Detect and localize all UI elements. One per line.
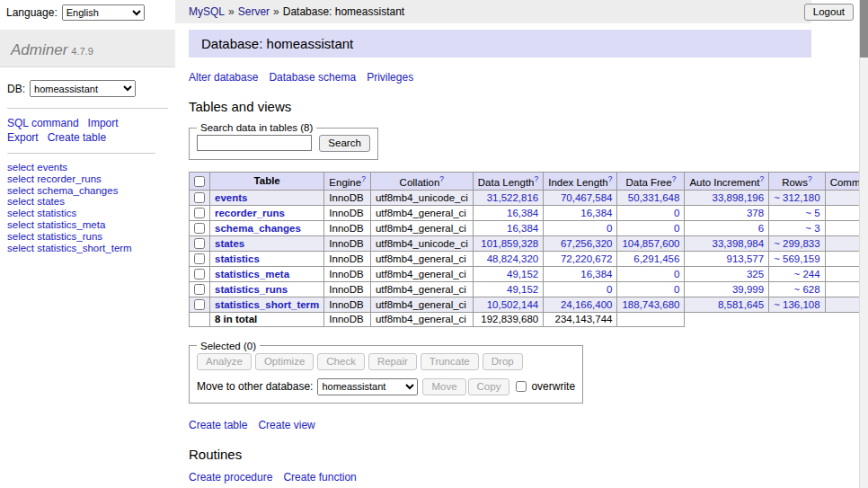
table-name-link[interactable]: schema_changes bbox=[215, 223, 301, 234]
index-length-link[interactable]: 16,384 bbox=[580, 208, 612, 218]
copy-button[interactable]: Copy bbox=[468, 378, 510, 395]
rows-count-link[interactable]: ~ 569,159 bbox=[774, 253, 819, 264]
sidebar-select-schema-changes[interactable]: select schema_changes bbox=[7, 185, 168, 197]
repair-button[interactable]: Repair bbox=[368, 353, 417, 370]
table-name-link[interactable]: statistics_short_term bbox=[215, 299, 319, 310]
sidebar-link-sql-command[interactable]: SQL command bbox=[7, 116, 79, 130]
row-checkbox[interactable] bbox=[194, 192, 205, 203]
index-length-link[interactable]: 16,384 bbox=[580, 269, 612, 279]
language-select[interactable]: English bbox=[62, 4, 145, 21]
row-checkbox[interactable] bbox=[194, 269, 205, 279]
help-link[interactable]: ? bbox=[534, 174, 538, 183]
sidebar-select-statistics-meta[interactable]: select statistics_meta bbox=[7, 219, 168, 231]
rows-count-link[interactable]: ~ 628 bbox=[794, 284, 820, 295]
help-link[interactable]: ? bbox=[759, 174, 764, 183]
sidebar-select-events[interactable]: select events bbox=[7, 162, 168, 173]
data-free-link[interactable]: 0 bbox=[674, 284, 679, 295]
row-checkbox[interactable] bbox=[194, 208, 205, 218]
overwrite-checkbox[interactable] bbox=[516, 381, 527, 392]
analyze-button[interactable]: Analyze bbox=[197, 353, 252, 370]
sidebar-link-import[interactable]: Import bbox=[88, 116, 119, 130]
create-view-link[interactable]: Create view bbox=[258, 419, 314, 431]
help-link[interactable]: ? bbox=[808, 174, 812, 183]
sidebar-select-statistics[interactable]: select statistics bbox=[7, 208, 168, 219]
data-length-link[interactable]: 49,152 bbox=[507, 269, 538, 279]
breadcrumb-mysql-link[interactable]: MySQL bbox=[189, 5, 225, 18]
data-free-link[interactable]: 6,291,456 bbox=[633, 253, 679, 264]
sidebar-link-export[interactable]: Export bbox=[7, 130, 39, 145]
data-free-link[interactable]: 0 bbox=[674, 208, 679, 218]
sidebar-select-states[interactable]: select states bbox=[7, 196, 168, 208]
data-length-link[interactable]: 10,502,144 bbox=[487, 299, 539, 310]
data-length-link[interactable]: 16,384 bbox=[507, 208, 538, 218]
data-free-link[interactable]: 0 bbox=[674, 223, 679, 234]
data-length-link[interactable]: 48,824,320 bbox=[487, 253, 539, 264]
breadcrumb-server-link[interactable]: Server bbox=[238, 5, 270, 18]
index-length-link[interactable]: 0 bbox=[607, 284, 612, 295]
auto-increment-link[interactable]: 325 bbox=[747, 269, 764, 279]
auto-increment-link[interactable]: 33,398,984 bbox=[713, 238, 765, 249]
create-procedure-link[interactable]: Create procedure bbox=[189, 471, 272, 484]
truncate-button[interactable]: Truncate bbox=[421, 353, 479, 370]
help-link[interactable]: ? bbox=[672, 174, 677, 183]
search-input[interactable] bbox=[197, 135, 312, 151]
row-checkbox[interactable] bbox=[194, 284, 205, 295]
auto-increment-link[interactable]: 33,898,196 bbox=[713, 192, 765, 203]
move-button[interactable]: Move bbox=[422, 378, 465, 395]
create-table-link[interactable]: Create table bbox=[189, 419, 247, 431]
data-length-link[interactable]: 101,859,328 bbox=[481, 238, 538, 249]
sidebar-select-recorder-runs[interactable]: select recorder_runs bbox=[7, 173, 168, 185]
row-checkbox[interactable] bbox=[194, 253, 205, 264]
logout-button[interactable]: Logout bbox=[804, 4, 854, 21]
drop-button[interactable]: Drop bbox=[483, 353, 523, 370]
index-length-link[interactable]: 67,256,320 bbox=[561, 238, 613, 249]
table-name-link[interactable]: statistics bbox=[215, 253, 260, 264]
move-database-select[interactable]: homeassistant bbox=[317, 378, 418, 395]
auto-increment-link[interactable]: 39,999 bbox=[732, 284, 764, 295]
vertical-scrollbar[interactable] bbox=[859, 0, 868, 488]
sidebar-link-create-table[interactable]: Create table bbox=[48, 130, 106, 145]
data-length-link[interactable]: 31,522,816 bbox=[487, 192, 539, 203]
index-length-link[interactable]: 0 bbox=[607, 223, 612, 234]
rows-count-link[interactable]: ~ 3 bbox=[805, 223, 819, 234]
rows-count-link[interactable]: ~ 136,108 bbox=[774, 299, 819, 310]
auto-increment-link[interactable]: 378 bbox=[747, 208, 764, 218]
data-free-link[interactable]: 188,743,680 bbox=[622, 299, 679, 310]
check-button[interactable]: Check bbox=[317, 353, 365, 370]
help-link[interactable]: ? bbox=[608, 174, 613, 183]
create-function-link[interactable]: Create function bbox=[283, 471, 356, 484]
help-link[interactable]: ? bbox=[439, 174, 444, 183]
index-length-link[interactable]: 24,166,400 bbox=[561, 299, 613, 310]
sidebar-select-statistics-short-term[interactable]: select statistics_short_term bbox=[7, 243, 168, 254]
scrollbar-thumb[interactable] bbox=[860, 0, 868, 58]
sidebar-select-statistics-runs[interactable]: select statistics_runs bbox=[7, 231, 168, 243]
data-free-link[interactable]: 104,857,600 bbox=[622, 238, 679, 249]
data-length-link[interactable]: 49,152 bbox=[507, 284, 538, 295]
table-name-link[interactable]: statistics_runs bbox=[215, 284, 288, 295]
db-select[interactable]: homeassistant bbox=[30, 80, 136, 97]
index-length-link[interactable]: 70,467,584 bbox=[561, 192, 613, 203]
row-checkbox[interactable] bbox=[194, 299, 205, 310]
alter-database-link[interactable]: Alter database bbox=[189, 71, 258, 84]
index-length-link[interactable]: 72,220,672 bbox=[561, 253, 613, 264]
search-button[interactable]: Search bbox=[319, 135, 369, 152]
data-free-link[interactable]: 50,331,648 bbox=[628, 192, 680, 203]
table-name-link[interactable]: events bbox=[215, 192, 247, 203]
help-link[interactable]: ? bbox=[361, 174, 366, 183]
rows-count-link[interactable]: ~ 299,833 bbox=[774, 238, 819, 249]
table-name-link[interactable]: states bbox=[215, 238, 244, 249]
row-checkbox[interactable] bbox=[194, 223, 205, 234]
optimize-button[interactable]: Optimize bbox=[255, 353, 314, 370]
data-length-link[interactable]: 16,384 bbox=[507, 223, 538, 234]
database-schema-link[interactable]: Database schema bbox=[269, 71, 356, 84]
data-free-link[interactable]: 0 bbox=[674, 269, 679, 279]
rows-count-link[interactable]: ~ 244 bbox=[794, 269, 820, 279]
rows-count-link[interactable]: ~ 5 bbox=[805, 208, 819, 218]
row-checkbox[interactable] bbox=[194, 238, 205, 249]
table-name-link[interactable]: statistics_meta bbox=[215, 269, 289, 279]
auto-increment-link[interactable]: 913,577 bbox=[727, 253, 765, 264]
rows-count-link[interactable]: ~ 312,180 bbox=[774, 192, 819, 203]
auto-increment-link[interactable]: 8,581,645 bbox=[718, 299, 764, 310]
table-name-link[interactable]: recorder_runs bbox=[215, 208, 285, 218]
auto-increment-link[interactable]: 6 bbox=[758, 223, 764, 234]
